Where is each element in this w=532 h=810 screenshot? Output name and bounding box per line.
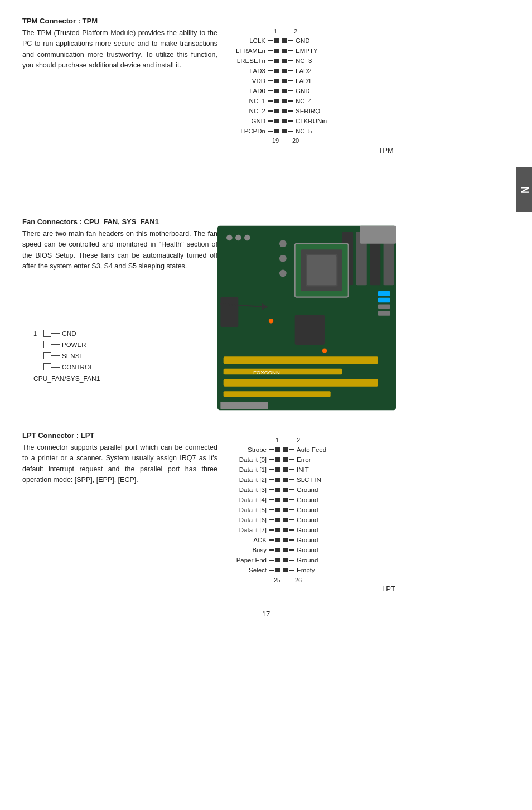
tpm-dot-r-3 xyxy=(282,69,287,73)
tpm-left-9: LPCPDn xyxy=(223,128,268,134)
lpt-line-l-10 xyxy=(269,549,274,551)
lpt-row-8: Data it [7] Ground xyxy=(223,525,510,535)
lpt-line-l-0 xyxy=(269,449,274,450)
lpt-dot-r-7 xyxy=(283,518,288,522)
svg-rect-16 xyxy=(378,304,390,309)
lpt-left-5: Data it [4] xyxy=(223,496,269,503)
fan-text-area: Fan Connectors : CPU_FAN, SYS_FAN1 There… xyxy=(22,218,217,420)
tpm-line-r-9 xyxy=(288,131,293,132)
tpm-line-r-0 xyxy=(288,40,293,41)
svg-rect-3 xyxy=(224,379,378,387)
tpm-dot-r-2 xyxy=(282,59,287,63)
tpm-line-r-1 xyxy=(288,50,293,51)
lpt-line-r-4 xyxy=(289,489,294,490)
tpm-row-9: LPCPDn NC_5 xyxy=(223,126,510,136)
tpm-right-6: NC_4 xyxy=(293,98,338,104)
lpt-row-1: Data it [0] Error xyxy=(223,455,510,465)
svg-rect-2 xyxy=(224,369,342,375)
lpt-dot-l-4 xyxy=(275,488,280,492)
tpm-right-0: GND xyxy=(293,37,338,44)
lpt-line-r-5 xyxy=(289,499,294,500)
tpm-right-9: NC_5 xyxy=(293,128,338,134)
lpt-pin-numbers-bottom: 25 26 xyxy=(270,577,510,584)
tpm-row-7: NC_2 SERIRQ xyxy=(223,106,510,116)
lpt-line-r-2 xyxy=(289,469,294,470)
tpm-line-l-2 xyxy=(268,60,273,61)
lpt-right-8: Ground xyxy=(294,527,345,533)
svg-rect-29 xyxy=(220,402,268,409)
tpm-line-r-4 xyxy=(288,80,293,81)
lpt-row-12: Select Empty xyxy=(223,565,510,575)
tpm-line-l-9 xyxy=(268,131,273,132)
lpt-line-r-12 xyxy=(289,570,294,571)
lpt-left-8: Data it [7] xyxy=(223,527,269,533)
tpm-pin-num-1: 1 xyxy=(269,28,282,35)
lpt-right-0: Auto Feed xyxy=(294,446,345,453)
svg-rect-15 xyxy=(378,298,390,303)
lpt-line-l-2 xyxy=(269,469,274,470)
lpt-right-12: Empty xyxy=(294,567,345,573)
lpt-dot-l-12 xyxy=(275,568,280,572)
lpt-line-l-1 xyxy=(269,459,274,460)
lpt-line-l-5 xyxy=(269,499,274,500)
tpm-line-r-3 xyxy=(288,70,293,71)
lpt-dot-l-0 xyxy=(275,447,280,452)
fan-hline-0 xyxy=(51,333,60,334)
lpt-left-3: Data it [2] xyxy=(223,476,269,483)
fan-hline-3 xyxy=(51,367,60,368)
svg-rect-1 xyxy=(224,356,378,364)
svg-point-19 xyxy=(269,319,274,324)
lpt-section: LPT Connector : LPT The connector suppor… xyxy=(22,431,510,593)
mobo-image-area: FOXCONN xyxy=(217,218,510,420)
page: N TPM Connector : TPM The TPM (Trusted P… xyxy=(0,0,532,810)
tpm-dot-r-1 xyxy=(282,49,287,53)
tpm-line-l-4 xyxy=(268,80,273,81)
fan-row-2: SENSE xyxy=(33,350,217,361)
lpt-dot-r-4 xyxy=(283,488,288,492)
tpm-right-8: CLKRUNin xyxy=(293,118,338,124)
svg-point-22 xyxy=(226,235,233,241)
tpm-row-8: GND CLKRUNin xyxy=(223,116,510,126)
lpt-right-5: Ground xyxy=(294,496,345,503)
tpm-left-0: LCLK xyxy=(223,37,268,44)
svg-rect-4 xyxy=(224,391,331,397)
lpt-row-3: Data it [2] SLCT IN xyxy=(223,475,510,485)
fan-box-0 xyxy=(43,330,51,337)
tpm-pin-numbers-bottom: 19 20 xyxy=(269,137,510,144)
lpt-dot-r-6 xyxy=(283,508,288,512)
lpt-row-9: ACK Ground xyxy=(223,535,510,545)
tpm-left-4: VDD xyxy=(223,78,268,84)
tpm-row-6: NC_1 NC_4 xyxy=(223,96,510,106)
fan-row-3: CONTROL xyxy=(33,361,217,373)
lpt-dot-r-12 xyxy=(283,568,288,572)
fan-box-1 xyxy=(43,341,51,348)
fan-hline-1 xyxy=(51,344,60,345)
lpt-row-2: Data it [1] INIT xyxy=(223,465,510,475)
lpt-right-7: Ground xyxy=(294,517,345,523)
lpt-right-4: Ground xyxy=(294,486,345,493)
lpt-dot-l-9 xyxy=(275,538,280,542)
tpm-left-5: LAD0 xyxy=(223,88,268,94)
tpm-pinout: 1 2 LCLK GND LFRAME xyxy=(223,28,510,155)
lpt-left-1: Data it [0] xyxy=(223,456,269,463)
lpt-line-l-9 xyxy=(269,539,274,541)
tpm-pin-num-2: 2 xyxy=(289,28,302,35)
lpt-dot-r-11 xyxy=(283,558,288,562)
lpt-num-2: 2 xyxy=(292,437,305,443)
tpm-line-l-1 xyxy=(268,50,273,51)
fan-body: There are two main fan headers on this m… xyxy=(22,229,217,272)
svg-rect-28 xyxy=(306,254,338,287)
lpt-left-6: Data it [5] xyxy=(223,507,269,513)
tpm-diagram-title: TPM xyxy=(262,146,510,155)
lpt-line-l-4 xyxy=(269,489,274,490)
svg-point-25 xyxy=(279,240,287,247)
svg-rect-14 xyxy=(378,291,390,296)
lpt-line-r-1 xyxy=(289,459,294,460)
lpt-dot-l-10 xyxy=(275,548,280,552)
svg-rect-17 xyxy=(378,311,390,316)
tpm-pin-numbers: 1 2 xyxy=(269,28,510,35)
lpt-diagram-area: 1 2 Strobe Auto Feed xyxy=(217,431,510,593)
tpm-dot-l-2 xyxy=(274,59,279,63)
lpt-text-area: LPT Connector : LPT The connector suppor… xyxy=(22,431,217,593)
tpm-line-l-5 xyxy=(268,90,273,91)
